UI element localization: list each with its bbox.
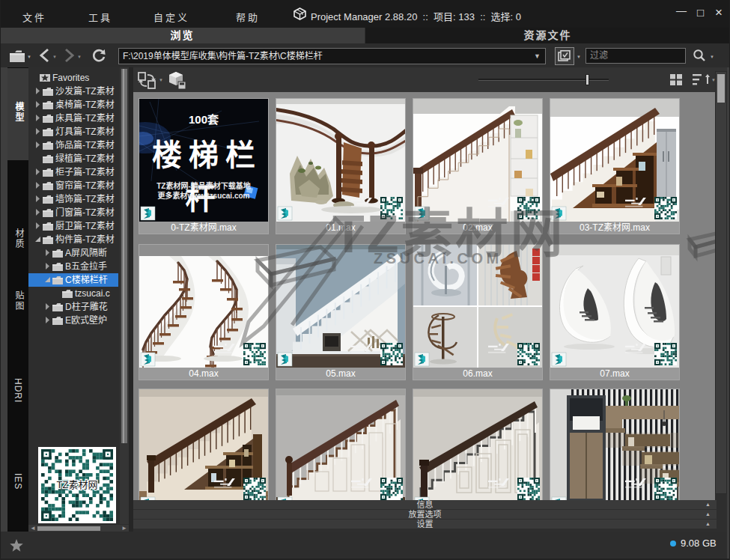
svg-text:TZ素材网: TZ素材网 — [57, 479, 98, 490]
